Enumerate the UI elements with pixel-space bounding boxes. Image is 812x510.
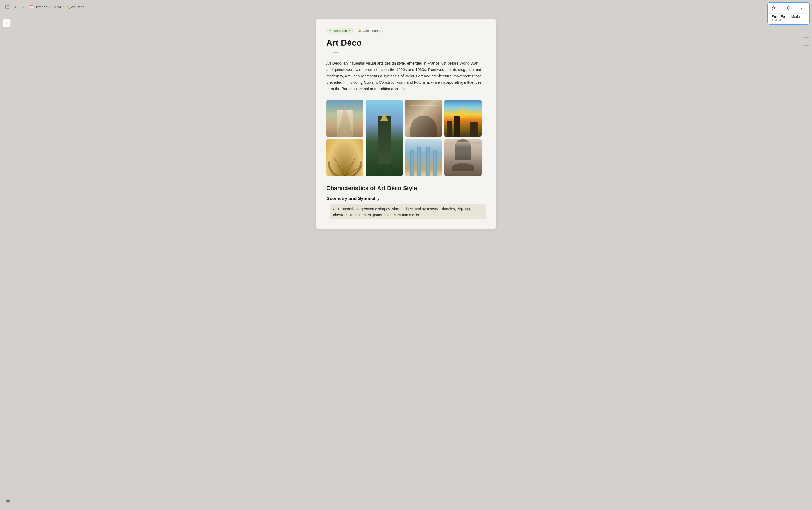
scroll-indicator-2 bbox=[804, 40, 809, 40]
svg-rect-3 bbox=[7, 8, 9, 9]
breadcrumb-date: 📅 October 23, 2024 bbox=[29, 5, 61, 9]
bullet-list: Emphasis on geometric shapes, sharp edge… bbox=[326, 204, 486, 220]
tags-label: Tags bbox=[331, 51, 338, 55]
tags-row[interactable]: 🏷 Tags bbox=[326, 51, 486, 55]
plugin-icon[interactable] bbox=[770, 4, 777, 12]
definition-tag-label: Definition bbox=[332, 29, 347, 33]
calendar-icon: 📅 bbox=[29, 5, 33, 9]
definition-tag-pill[interactable]: ✎ Definition ▾ bbox=[326, 28, 353, 34]
definition-icon: ✎ bbox=[329, 29, 331, 32]
toolbar: 📅 October 23, 2024 / ✏️ Art Déco bbox=[0, 0, 812, 14]
sidebar-expand-button[interactable]: › bbox=[3, 19, 11, 27]
definition-chevron-icon: ▾ bbox=[349, 29, 350, 32]
back-button[interactable] bbox=[12, 4, 19, 10]
forward-button[interactable] bbox=[21, 4, 27, 10]
refresh-icon[interactable] bbox=[785, 4, 792, 12]
breadcrumb: 📅 October 23, 2024 / ✏️ Art Déco bbox=[29, 4, 86, 9]
focus-mode-tooltip: Enter Focus Mode ⇧ ⌘ M bbox=[770, 13, 807, 23]
bullet-item-1: Emphasis on geometric shapes, sharp edge… bbox=[330, 204, 486, 220]
characteristics-heading: Characteristics of Art Déco Style bbox=[326, 185, 486, 192]
scroll-indicators bbox=[804, 37, 809, 46]
content-card: ✎ Definition ▾ 🔒 Collections Art Déco 🏷 … bbox=[316, 19, 496, 229]
toolbar-right-panel: ··· Enter Focus Mode ⇧ ⌘ M bbox=[767, 2, 810, 25]
image-arch-corridor[interactable] bbox=[444, 139, 482, 176]
scroll-indicator-1 bbox=[804, 37, 809, 38]
svg-rect-2 bbox=[7, 7, 9, 7]
toolbar-icons-row: ··· bbox=[770, 4, 807, 12]
sidebar-toggle-icon[interactable] bbox=[4, 4, 10, 10]
image-skyline[interactable] bbox=[444, 100, 482, 137]
tag-pills-row: ✎ Definition ▾ 🔒 Collections bbox=[326, 28, 486, 34]
image-building-1[interactable] bbox=[326, 100, 364, 137]
toolbar-left: 📅 October 23, 2024 / ✏️ Art Déco bbox=[4, 4, 808, 10]
chevron-right-icon: › bbox=[6, 21, 7, 25]
edit-icon: ✏️ bbox=[66, 5, 70, 9]
collections-icon: 🔒 bbox=[358, 29, 361, 32]
image-grid bbox=[326, 100, 486, 176]
image-building-tall[interactable] bbox=[366, 100, 403, 176]
focus-mode-shortcut: ⇧ ⌘ M bbox=[772, 19, 806, 22]
tag-icon: 🏷 bbox=[326, 51, 329, 55]
command-icon: ⌘ bbox=[6, 499, 10, 504]
focus-mode-label: Enter Focus Mode bbox=[772, 15, 806, 19]
breadcrumb-separator: / bbox=[62, 5, 63, 9]
breadcrumb-page[interactable]: ✏️ Art Déco bbox=[65, 4, 86, 9]
image-arch-detail[interactable] bbox=[405, 100, 442, 137]
geometry-subheading: Geometry and Symmetry bbox=[326, 196, 486, 201]
breadcrumb-page-text: Art Déco bbox=[71, 5, 85, 9]
command-key-button[interactable]: ⌘ bbox=[4, 497, 12, 505]
image-columns-interior[interactable] bbox=[405, 139, 442, 176]
collections-tag-pill[interactable]: 🔒 Collections bbox=[355, 28, 383, 34]
svg-rect-0 bbox=[5, 5, 6, 9]
scroll-indicator-4 bbox=[804, 45, 809, 46]
collections-tag-label: Collections bbox=[362, 29, 380, 33]
breadcrumb-date-text: October 23, 2024 bbox=[34, 5, 61, 9]
more-options-icon[interactable]: ··· bbox=[800, 4, 807, 12]
scroll-indicator-3 bbox=[804, 42, 809, 43]
page-title: Art Déco bbox=[326, 38, 486, 48]
main-content-area: ✎ Definition ▾ 🔒 Collections Art Déco 🏷 … bbox=[0, 14, 812, 234]
svg-rect-1 bbox=[7, 5, 9, 6]
image-fan-pattern[interactable] bbox=[326, 139, 364, 176]
page-description: Art Déco, an influential visual arts des… bbox=[326, 60, 486, 92]
